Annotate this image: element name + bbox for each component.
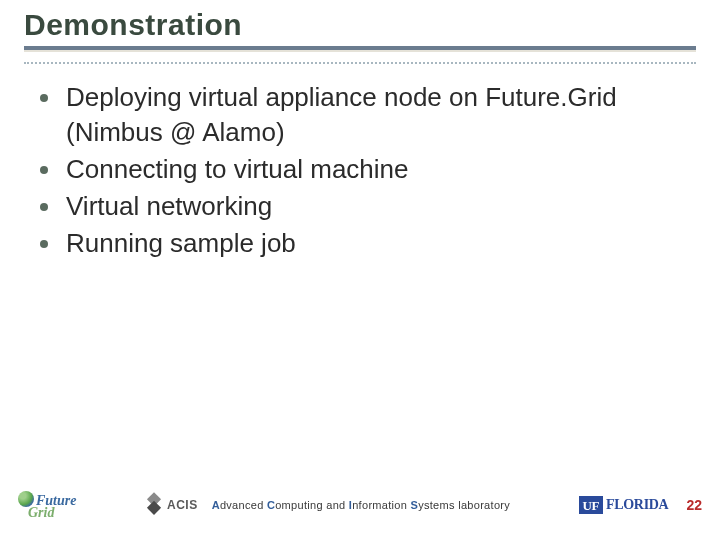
title-area: Demonstration — [0, 0, 720, 42]
cube-icon — [141, 492, 166, 517]
lab-part: omputing and — [275, 499, 349, 511]
lab-name: Advanced Computing and Information Syste… — [212, 499, 510, 511]
footer-left: Future Grid — [18, 491, 76, 519]
footer: Future Grid ACIS Advanced Computing and … — [0, 480, 720, 530]
futuregrid-line1: Future — [18, 491, 76, 507]
list-item: Deploying virtual appliance node on Futu… — [40, 80, 692, 150]
lab-part: dvanced — [220, 499, 267, 511]
lab-initial: C — [267, 499, 275, 511]
uf-text: FLORIDA — [606, 497, 668, 513]
uf-badge: UF — [579, 496, 603, 514]
title-underline — [24, 46, 696, 50]
bullet-icon — [40, 203, 48, 211]
bullet-text: Virtual networking — [66, 189, 272, 224]
bullet-icon — [40, 240, 48, 248]
slide: Demonstration Deploying virtual applianc… — [0, 0, 720, 540]
bullet-icon — [40, 94, 48, 102]
bullet-text: Running sample job — [66, 226, 296, 261]
bullet-text: Deploying virtual appliance node on Futu… — [66, 80, 692, 150]
list-item: Connecting to virtual machine — [40, 152, 692, 187]
slide-title: Demonstration — [24, 8, 720, 42]
lab-initial: A — [212, 499, 220, 511]
bullet-text: Connecting to virtual machine — [66, 152, 409, 187]
page-number: 22 — [686, 497, 702, 513]
lab-part: ystems laboratory — [418, 499, 510, 511]
uf-logo: UF FLORIDA — [579, 496, 669, 514]
footer-center: ACIS Advanced Computing and Information … — [145, 496, 510, 514]
body-content: Deploying virtual appliance node on Futu… — [0, 64, 720, 261]
list-item: Running sample job — [40, 226, 692, 261]
lab-part: nformation — [352, 499, 410, 511]
footer-right: UF FLORIDA 22 — [579, 496, 702, 514]
futuregrid-text1: Future — [36, 493, 76, 508]
bullet-icon — [40, 166, 48, 174]
acis-logo: ACIS — [145, 496, 198, 514]
list-item: Virtual networking — [40, 189, 692, 224]
futuregrid-line2: Grid — [28, 507, 54, 519]
lab-initial: S — [411, 499, 419, 511]
globe-icon — [18, 491, 34, 507]
futuregrid-logo: Future Grid — [18, 491, 76, 519]
acis-text: ACIS — [167, 498, 198, 512]
